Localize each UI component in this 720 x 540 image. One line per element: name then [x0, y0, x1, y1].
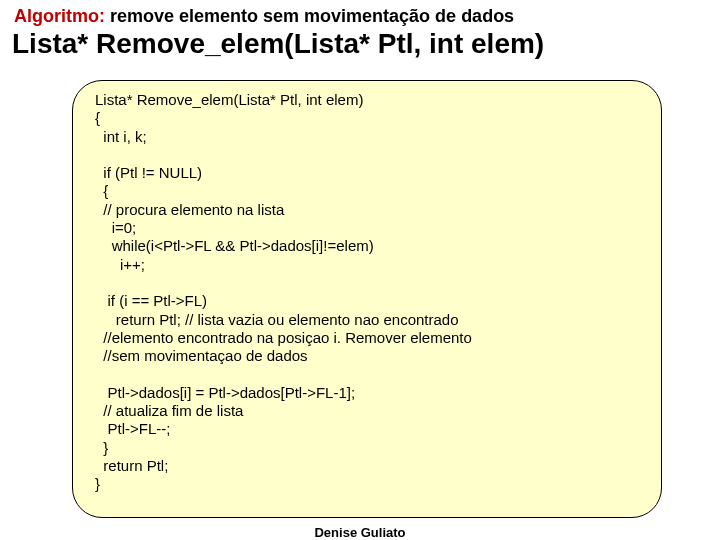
title-prefix: Algoritmo: [14, 6, 105, 26]
title-rest: remove elemento sem movimentação de dado… [105, 6, 514, 26]
slide-title-signature: Lista* Remove_elem(Lista* Ptl, int elem) [12, 27, 720, 61]
slide: Algoritmo: remove elemento sem movimenta… [0, 6, 720, 540]
code-box: Lista* Remove_elem(Lista* Ptl, int elem)… [72, 80, 662, 518]
code-listing: Lista* Remove_elem(Lista* Ptl, int elem)… [95, 91, 639, 494]
footer-author: Denise Guliato [0, 525, 720, 540]
slide-title-line1: Algoritmo: remove elemento sem movimenta… [14, 6, 720, 27]
